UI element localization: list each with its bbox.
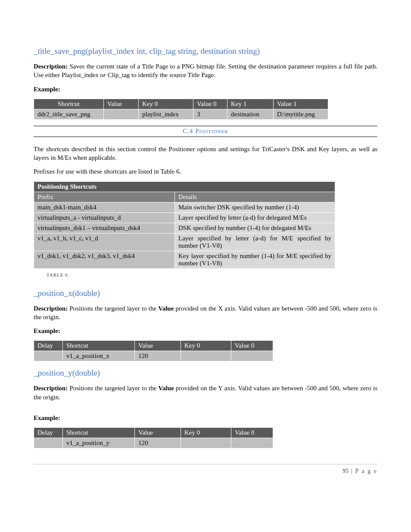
example-label: Example: (34, 414, 377, 422)
th-shortcut: Shortcut (63, 428, 135, 438)
th-value: Value (104, 99, 139, 109)
th-delay: Delay (34, 428, 63, 438)
th-key0: Key 0 (139, 99, 193, 109)
th-val0: Value 0 (231, 428, 273, 438)
th-prefix: Prefix (34, 192, 175, 202)
table-row: v1_a_position_y 120 (34, 438, 273, 448)
table-header-row: Delay Shortcut Value Key 0 Value 0 (34, 428, 273, 438)
td-details: DSK specified by number (1-4) for delega… (175, 223, 335, 233)
table-row: virtualinputs_dsk1 – virtualinputs_dsk4 … (34, 223, 335, 233)
table-header-row: Shortcut Value Key 0 Value 0 Key 1 Value… (34, 99, 328, 109)
td-shortcut: ddr2_title_save_png (34, 109, 104, 119)
th-value: Value (135, 428, 181, 438)
heading-title-save-png: _title_save_png(playlist_index int, clip… (34, 47, 377, 56)
desc-value: Value (159, 385, 174, 392)
table-subheader-row: Prefix Details (34, 192, 335, 202)
positioner-p2: Prefixes for use with these shortcuts ar… (34, 167, 377, 176)
td-details: Key layer specified by number (1-4) for … (175, 251, 335, 268)
th-value: Value (135, 341, 181, 351)
footer-sep: | (349, 468, 355, 474)
td-key0 (181, 438, 231, 448)
td-key0: playlist_index (139, 109, 193, 119)
th-delay: Delay (34, 341, 63, 351)
table-positioning-shortcuts: Positioning Shortcuts Prefix Details mai… (34, 181, 335, 269)
table-row: v1_dsk1, v1_dsk2, v1_dsk3, v1_dsk4 Key l… (34, 251, 335, 268)
heading-position-x: _position_x(double) (34, 289, 377, 298)
th-details: Details (175, 192, 335, 202)
td-shortcut: v1_a_position_y (63, 438, 135, 448)
desc-paragraph: Description: Positions the targeted laye… (34, 304, 377, 322)
td-prefix: virtualinputs_dsk1 – virtualinputs_dsk4 (34, 223, 175, 233)
td-val0 (231, 438, 273, 448)
td-value (104, 109, 139, 119)
th-val0: Value 0 (193, 99, 227, 109)
th-key0: Key 0 (181, 428, 231, 438)
td-prefix: v1_a, v1_b, v1_c, v1_d (34, 233, 175, 251)
table-row: main_dsk1-main_dsk4 Main switcher DSK sp… (34, 202, 335, 212)
positioner-p1: The shortcuts described in this section … (34, 145, 377, 162)
td-prefix: virtualinputs_a - virtualinputs_d (34, 212, 175, 223)
table-row: virtualinputs_a - virtualinputs_d Layer … (34, 212, 335, 223)
desc-paragraph: Description: Positions the targeted laye… (34, 384, 377, 401)
td-details: Layer specified by letter (a-d) for M/E … (175, 233, 335, 251)
desc-label: Description: (34, 305, 68, 312)
table-header-row: Delay Shortcut Value Key 0 Value 0 (34, 341, 273, 351)
table-title-row: Positioning Shortcuts (34, 181, 335, 192)
td-prefix: main_dsk1-main_dsk4 (34, 202, 175, 212)
section-label: C.4 Positioner (183, 128, 228, 135)
desc-text-a: Positions the targeted layer to the (68, 305, 158, 312)
td-prefix: v1_dsk1, v1_dsk2, v1_dsk3, v1_dsk4 (34, 251, 175, 268)
td-details: Main switcher DSK specified by number (1… (175, 202, 335, 212)
desc-text-b: Clip_tag to identify the source Title Pa… (106, 72, 215, 78)
table-row: ddr2_title_save_png playlist_index 3 des… (34, 109, 328, 119)
page-number: 95 (342, 468, 349, 474)
th-val1: Value 1 (274, 99, 328, 109)
desc-or: or (100, 72, 106, 78)
td-val0 (231, 351, 273, 361)
th-shortcut: Shortcut (34, 99, 104, 109)
td-val1: D:\mytitle.png (274, 109, 328, 119)
table-row: v1_a_position_x 120 (34, 351, 273, 361)
td-delay (34, 351, 63, 361)
td-details: Layer specified by letter (a-d) for dele… (175, 212, 335, 223)
th-shortcut: Shortcut (63, 341, 135, 351)
table-title-save-png: Shortcut Value Key 0 Value 0 Key 1 Value… (34, 99, 328, 120)
td-val0: 3 (193, 109, 227, 119)
desc-label: Description: (34, 385, 68, 392)
table-position-y: Delay Shortcut Value Key 0 Value 0 v1_a_… (34, 427, 273, 448)
example-label: Example: (34, 327, 377, 335)
th-key0: Key 0 (181, 341, 231, 351)
table-row: v1_a, v1_b, v1_c, v1_d Layer specified b… (34, 233, 335, 251)
td-key0 (181, 351, 231, 361)
td-value: 120 (135, 438, 181, 448)
th-title: Positioning Shortcuts (34, 181, 335, 192)
page-body: _title_save_png(playlist_index int, clip… (0, 0, 411, 501)
table-position-x: Delay Shortcut Value Key 0 Value 0 v1_a_… (34, 340, 273, 361)
desc-value: Value (158, 305, 174, 312)
th-key1: Key 1 (227, 99, 274, 109)
page-footer: 95 | P a g e (34, 464, 377, 475)
td-shortcut: v1_a_position_x (63, 351, 135, 361)
example-label: Example: (34, 85, 377, 93)
desc-text-a: Positions the targeted layer to the (68, 385, 158, 392)
section-separator: C.4 Positioner (34, 126, 377, 137)
desc-paragraph: Description: Saves the current state of … (34, 62, 377, 80)
footer-word: P a g e (355, 468, 377, 474)
td-key1: destination (227, 109, 274, 119)
desc-label: Description: (34, 63, 68, 70)
td-delay (34, 438, 63, 448)
td-value: 120 (135, 351, 181, 361)
heading-position-y: _position_y(double) (34, 368, 377, 378)
table-caption: TABLE 6 (47, 272, 364, 277)
th-val0: Value 0 (231, 341, 273, 351)
